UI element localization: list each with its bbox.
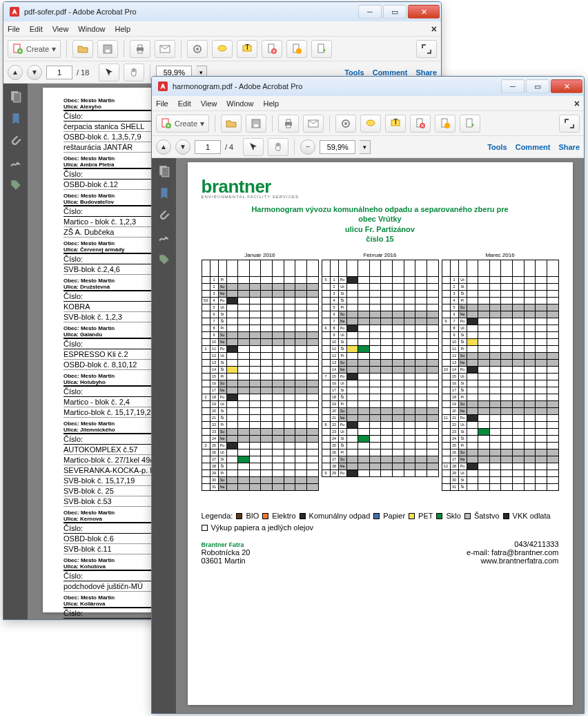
tags-icon[interactable] (10, 179, 22, 191)
app-icon (157, 81, 168, 92)
zoom-input[interactable] (320, 140, 355, 154)
menu-edit[interactable]: Edit (178, 99, 191, 108)
gear-icon[interactable] (335, 115, 356, 133)
print-button[interactable] (278, 115, 299, 133)
bookmarks-icon[interactable] (158, 187, 170, 200)
save-button[interactable] (97, 40, 118, 58)
menu-window[interactable]: Window (78, 25, 105, 33)
tags-icon[interactable] (158, 253, 170, 266)
doc-arrow-icon[interactable] (460, 115, 480, 133)
textbox-icon[interactable]: T (385, 115, 406, 133)
doc-title: Harmonogram vývozu komunálneho odpadu a … (202, 204, 559, 244)
svg-rect-4 (106, 50, 110, 52)
prev-page-button[interactable]: ▲ (8, 65, 23, 80)
share-link[interactable]: Share (558, 143, 580, 151)
menu-edit[interactable]: Edit (30, 25, 43, 33)
next-page-button[interactable]: ▼ (27, 65, 42, 80)
share-link[interactable]: Share (415, 68, 437, 77)
doc-arrow-icon[interactable] (311, 40, 332, 58)
comment-link[interactable]: Comment (373, 68, 408, 77)
titlebar[interactable]: harmonogram.pdf - Adobe Acrobat Pro ─ ▭ … (152, 77, 584, 96)
acrobat-window-2: harmonogram.pdf - Adobe Acrobat Pro ─ ▭ … (151, 76, 585, 714)
page-input[interactable] (46, 66, 72, 79)
svg-rect-28 (286, 125, 291, 128)
doc-check-icon[interactable] (286, 40, 307, 58)
hand-tool-icon[interactable] (268, 138, 288, 156)
svg-rect-18 (318, 44, 324, 52)
save-button[interactable] (246, 115, 266, 133)
open-button[interactable] (72, 40, 93, 58)
comment-icon[interactable] (212, 40, 233, 58)
gear-icon[interactable] (187, 40, 208, 58)
select-tool-icon[interactable] (243, 138, 264, 156)
doc-x-icon[interactable] (262, 40, 282, 58)
maximize-button[interactable]: ▭ (383, 5, 406, 19)
footer: Brantner Fatra Robotnícka 20 03601 Marti… (202, 540, 559, 565)
page-total: / 4 (225, 143, 233, 151)
create-button[interactable]: Create ▾ (8, 40, 61, 58)
menubar: File Edit View Window Help × (3, 21, 441, 37)
page-input[interactable] (195, 140, 221, 154)
svg-rect-7 (138, 50, 142, 53)
svg-rect-27 (286, 119, 291, 122)
svg-point-10 (196, 48, 199, 50)
hand-tool-icon[interactable] (124, 64, 144, 81)
create-button[interactable]: Create ▾ (156, 115, 209, 133)
signatures-icon[interactable] (158, 231, 170, 244)
close-button[interactable]: ✕ (408, 5, 440, 19)
document-area[interactable]: brantner ENVIRONMENTAL FACILITY SERVICES… (176, 158, 584, 713)
expand-icon[interactable] (559, 115, 580, 133)
menu-help[interactable]: Help (115, 25, 130, 33)
svg-point-32 (366, 120, 375, 126)
svg-point-17 (296, 48, 302, 54)
svg-point-31 (344, 122, 347, 125)
svg-text:T: T (393, 118, 398, 126)
zoom-dropdown[interactable]: ▾ (360, 140, 371, 154)
thumbnails-icon[interactable] (158, 165, 170, 177)
pdf-page: brantner ENVIRONMENTAL FACILITY SERVICES… (188, 162, 573, 705)
print-button[interactable] (130, 40, 150, 58)
signatures-icon[interactable] (10, 157, 22, 169)
doc-check-icon[interactable] (435, 115, 455, 133)
maximize-button[interactable]: ▭ (526, 79, 549, 93)
menu-file[interactable]: File (156, 99, 168, 108)
svg-rect-20 (13, 93, 20, 102)
menubar: File Edit View Window Help × (152, 96, 584, 111)
thumbnails-icon[interactable] (10, 90, 22, 103)
email-button[interactable] (303, 115, 324, 133)
select-tool-icon[interactable] (99, 64, 119, 81)
minimize-button[interactable]: ─ (501, 79, 525, 93)
tools-link[interactable]: Tools (344, 68, 364, 77)
textbox-icon[interactable]: T (237, 40, 257, 58)
comment-icon[interactable] (360, 115, 381, 133)
attachments-icon[interactable] (158, 209, 170, 222)
brantner-slogan: ENVIRONMENTAL FACILITY SERVICES (202, 195, 559, 199)
toolbar-nav: ▲ ▼ / 4 − ▾ Tools Comment Share (152, 136, 584, 158)
menu-view[interactable]: View (201, 99, 217, 108)
window-title: harmonogram.pdf - Adobe Acrobat Pro (173, 82, 501, 90)
menu-help[interactable]: Help (263, 99, 279, 108)
menu-view[interactable]: View (52, 25, 69, 33)
nav-sidebar (3, 84, 28, 619)
prev-page-button[interactable]: ▲ (156, 139, 171, 155)
menu-file[interactable]: File (8, 25, 20, 33)
expand-icon[interactable] (416, 40, 437, 58)
close-button[interactable]: ✕ (551, 79, 582, 93)
zoom-out-button[interactable]: − (300, 139, 315, 155)
open-button[interactable] (221, 115, 242, 133)
app-icon (9, 6, 20, 17)
menu-window[interactable]: Window (226, 99, 253, 108)
bookmarks-icon[interactable] (10, 113, 22, 125)
doc-close-icon[interactable]: × (574, 98, 580, 109)
email-button[interactable] (155, 40, 175, 58)
attachments-icon[interactable] (10, 135, 22, 147)
comment-link[interactable]: Comment (516, 143, 551, 151)
tools-link[interactable]: Tools (487, 143, 507, 151)
next-page-button[interactable]: ▼ (175, 139, 190, 155)
minimize-button[interactable]: ─ (358, 5, 382, 19)
doc-x-icon[interactable] (410, 115, 431, 133)
nav-sidebar (152, 158, 176, 713)
svg-rect-25 (254, 124, 258, 127)
titlebar[interactable]: pdf-sofer.pdf - Adobe Acrobat Pro ─ ▭ ✕ (3, 2, 441, 21)
doc-close-icon[interactable]: × (431, 23, 437, 35)
